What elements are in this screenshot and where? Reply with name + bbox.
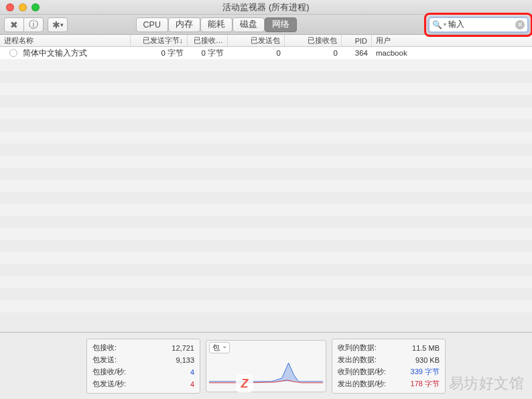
network-chart-panel: 包 <box>206 340 326 392</box>
pkt-out-value: 9,133 <box>153 354 194 366</box>
search-icon: 🔍 <box>432 20 442 30</box>
view-tabs: CPU 内存 能耗 磁盘 网络 <box>136 17 297 32</box>
col-process-name[interactable]: 进程名称 <box>0 35 131 46</box>
tab-energy[interactable]: 能耗 <box>200 17 232 32</box>
empty-row <box>0 228 532 240</box>
pkt-out-rate-label: 包发送/秒: <box>92 378 153 390</box>
empty-row <box>0 216 532 228</box>
clear-search-button[interactable]: ✕ <box>515 20 525 30</box>
empty-row <box>0 131 532 144</box>
network-chart <box>209 354 323 389</box>
data-out-rate-label: 发出的数据/秒: <box>338 378 401 390</box>
col-pid[interactable]: PID <box>342 35 372 46</box>
quit-process-button[interactable]: ✖ <box>4 17 24 32</box>
cell-recv-packets: 0 <box>285 49 342 57</box>
empty-row <box>0 264 532 276</box>
empty-row <box>0 107 532 119</box>
empty-row <box>0 276 532 288</box>
search-input[interactable]: 🔍 ▾ 输入 ✕ <box>429 17 528 32</box>
network-summary-footer: 包接收:12,721 包发送:9,133 包接收/秒:4 包发送/秒:4 包 收… <box>0 332 532 399</box>
tab-memory[interactable]: 内存 <box>168 17 200 32</box>
col-sent-packets[interactable]: 已发送包 <box>228 35 285 46</box>
data-stats-panel: 收到的数据:11.5 MB 发出的数据:930 KB 收到的数据/秒:339 字… <box>332 339 446 394</box>
process-name-text: 简体中文输入方式 <box>23 49 87 57</box>
title-bar: 活动监视器 (所有进程) <box>0 0 532 15</box>
data-out-value: 930 KB <box>401 354 440 366</box>
tab-cpu[interactable]: CPU <box>136 17 168 32</box>
action-menu-button[interactable]: ✱ <box>48 17 68 32</box>
cell-user: macbook <box>372 49 532 57</box>
pkt-in-value: 12,721 <box>153 342 194 354</box>
packets-stats-panel: 包接收:12,721 包发送:9,133 包接收/秒:4 包发送/秒:4 <box>86 339 200 394</box>
search-container: 🔍 ▾ 输入 ✕ <box>429 17 528 32</box>
empty-row <box>0 144 532 156</box>
empty-row <box>0 312 532 325</box>
empty-row <box>0 119 532 131</box>
process-icon <box>9 49 17 57</box>
empty-row <box>0 204 532 216</box>
data-in-rate-label: 收到的数据/秒: <box>338 366 401 378</box>
col-recv-bytes[interactable]: 已接收… <box>188 35 228 46</box>
chart-mode-select[interactable]: 包 <box>209 342 230 353</box>
empty-row <box>0 59 532 71</box>
info-icon: ⓘ <box>29 19 38 31</box>
empty-row <box>0 71 532 83</box>
cell-sent-bytes: 0 字节 <box>131 48 188 58</box>
pkt-in-rate-label: 包接收/秒: <box>92 366 153 378</box>
gear-icon: ✱ <box>52 19 60 30</box>
search-value: 输入 <box>448 19 515 30</box>
table-row[interactable]: 简体中文输入方式 0 字节 0 字节 0 0 364 macbook <box>0 47 532 59</box>
data-out-label: 发出的数据: <box>338 354 401 366</box>
empty-row <box>0 95 532 107</box>
empty-row <box>0 168 532 180</box>
cell-sent-packets: 0 <box>228 49 285 57</box>
empty-row <box>0 240 532 252</box>
cell-recv-bytes: 0 字节 <box>188 48 228 58</box>
empty-row <box>0 180 532 192</box>
empty-row <box>0 300 532 312</box>
empty-row <box>0 156 532 168</box>
table-header: 进程名称 已发送字节↓ 已接收… 已发送包 已接收包 PID 用户 <box>0 35 532 47</box>
col-recv-packets[interactable]: 已接收包 <box>285 35 342 46</box>
pkt-out-rate-value: 4 <box>153 378 194 390</box>
empty-row <box>0 252 532 264</box>
toolbar: ✖ ⓘ ✱ CPU 内存 能耗 磁盘 网络 🔍 ▾ 输入 ✕ <box>0 15 532 35</box>
inspect-process-button[interactable]: ⓘ <box>23 17 44 32</box>
process-action-group: ✖ ⓘ <box>4 17 44 32</box>
data-in-label: 收到的数据: <box>338 342 401 354</box>
empty-row <box>0 288 532 300</box>
process-table: 简体中文输入方式 0 字节 0 字节 0 0 364 macbook <box>0 47 532 331</box>
empty-row <box>0 192 532 204</box>
cell-pid: 364 <box>342 49 372 57</box>
empty-row <box>0 83 532 95</box>
cell-process-name: 简体中文输入方式 <box>0 48 131 58</box>
pkt-in-label: 包接收: <box>92 342 153 354</box>
pkt-in-rate-value: 4 <box>153 366 194 378</box>
tab-network[interactable]: 网络 <box>265 17 297 32</box>
tab-disk[interactable]: 磁盘 <box>232 17 265 32</box>
data-in-value: 11.5 MB <box>401 342 440 354</box>
pkt-out-label: 包发送: <box>92 354 153 366</box>
stop-icon: ✖ <box>10 19 18 30</box>
window-title: 活动监视器 (所有进程) <box>0 1 532 13</box>
col-sent-bytes[interactable]: 已发送字节↓ <box>131 35 188 46</box>
data-out-rate-value: 178 字节 <box>401 378 440 390</box>
search-dropdown-icon: ▾ <box>444 21 446 27</box>
data-in-rate-value: 339 字节 <box>401 366 440 378</box>
col-user[interactable]: 用户 <box>372 35 532 46</box>
